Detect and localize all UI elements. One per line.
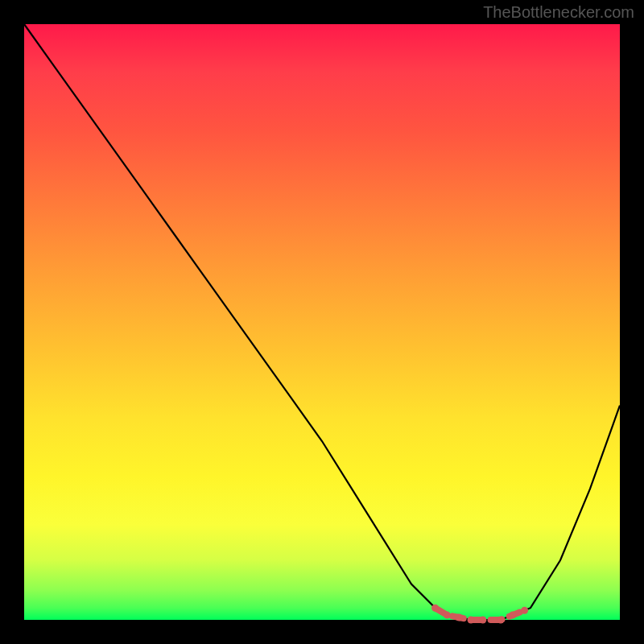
optimal-range-markers — [431, 605, 528, 624]
optimal-marker-dot — [497, 617, 505, 624]
optimal-marker-dot — [468, 617, 475, 624]
attribution-text: TheBottlenecker.com — [483, 3, 634, 22]
optimal-marker-dot — [509, 612, 516, 619]
optimal-marker-dot — [431, 605, 439, 612]
optimal-marker-dot — [521, 607, 528, 614]
chart-plot-area — [24, 24, 620, 620]
optimal-marker-dot — [456, 614, 463, 621]
chart-svg — [24, 24, 620, 620]
optimal-marker-dot — [444, 612, 451, 619]
optimal-marker-dot — [479, 617, 486, 624]
bottleneck-curve-line — [24, 24, 620, 620]
